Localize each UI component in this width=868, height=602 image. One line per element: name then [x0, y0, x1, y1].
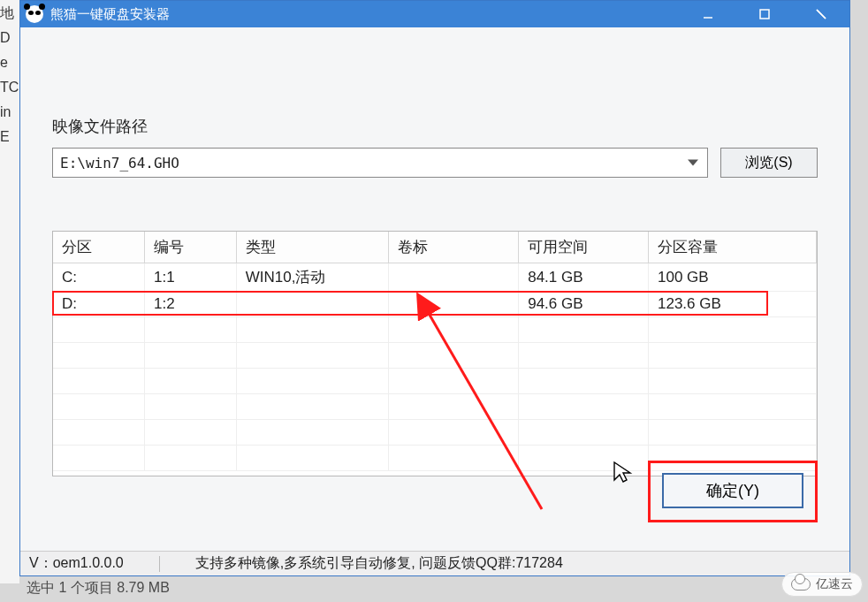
image-path-label: 映像文件路径 — [52, 116, 818, 137]
table-row-empty — [53, 369, 817, 394]
cell-free: 84.1 GB — [519, 263, 649, 292]
cell-partition: D: — [53, 292, 145, 317]
browse-label: 浏览(S) — [745, 154, 792, 172]
cell-partition: C: — [53, 263, 145, 292]
app-icon — [26, 5, 43, 23]
header-capacity[interactable]: 分区容量 — [648, 232, 816, 263]
ok-label: 确定(Y) — [706, 480, 759, 501]
svg-line-3 — [817, 10, 826, 19]
header-free[interactable]: 可用空间 — [519, 232, 649, 263]
cell-volume — [389, 263, 519, 292]
cell-volume — [389, 292, 519, 317]
cell-type: WIN10,活动 — [236, 263, 389, 292]
statusbar-separator — [159, 556, 160, 572]
minimize-button[interactable] — [680, 1, 736, 27]
cell-number: 1:2 — [145, 292, 237, 317]
watermark-text: 亿速云 — [816, 576, 853, 592]
content-area: 映像文件路径 E:\win7_64.GHO 浏览(S) 分区 编号 类型 卷标 … — [20, 27, 849, 551]
table-row-empty — [53, 446, 817, 471]
header-partition[interactable]: 分区 — [53, 232, 145, 263]
cloud-icon — [791, 578, 811, 591]
browse-button[interactable]: 浏览(S) — [720, 148, 818, 178]
cell-number: 1:1 — [145, 263, 237, 292]
titlebar[interactable]: 熊猫一键硬盘安装器 — [20, 1, 849, 27]
ok-button[interactable]: 确定(Y) — [662, 473, 803, 508]
window-title: 熊猫一键硬盘安装器 — [50, 6, 170, 23]
table-row-empty — [53, 394, 817, 420]
cell-capacity: 100 GB — [648, 263, 816, 292]
table-row-empty — [53, 420, 817, 446]
cell-capacity: 123.6 GB — [648, 292, 816, 317]
explorer-status-fragment: 选中 1 个项目 8.79 MB — [27, 579, 170, 598]
close-button[interactable] — [793, 1, 849, 27]
svg-rect-1 — [760, 10, 769, 19]
statusbar: V：oem1.0.0.0 支持多种镜像,多系统引导自动修复, 问题反馈QQ群:7… — [20, 551, 849, 575]
status-info: 支持多种镜像,多系统引导自动修复, 问题反馈QQ群:717284 — [195, 554, 563, 573]
installer-window: 熊猫一键硬盘安装器 映像文件路径 E:\win7_64.GHO 浏览(S) 分区 — [19, 0, 850, 576]
table-row-empty — [53, 343, 817, 369]
background-fragment: 地DeTCinE — [0, 0, 19, 583]
table-row-empty — [53, 317, 817, 343]
image-path-value: E:\win7_64.GHO — [60, 155, 179, 171]
window-controls — [680, 1, 849, 27]
header-number[interactable]: 编号 — [145, 232, 237, 263]
header-type[interactable]: 类型 — [236, 232, 389, 263]
table-row[interactable]: C: 1:1 WIN10,活动 84.1 GB 100 GB — [53, 263, 817, 292]
image-path-combobox[interactable]: E:\win7_64.GHO — [52, 148, 708, 178]
partition-table[interactable]: 分区 编号 类型 卷标 可用空间 分区容量 C: 1:1 WIN10,活动 8 — [52, 231, 818, 476]
chevron-down-icon — [688, 160, 698, 166]
watermark: 亿速云 — [781, 572, 863, 597]
cell-type — [236, 292, 389, 317]
maximize-button[interactable] — [736, 1, 793, 27]
cell-free: 94.6 GB — [519, 292, 649, 317]
table-row[interactable]: D: 1:2 94.6 GB 123.6 GB — [53, 292, 817, 317]
header-volume[interactable]: 卷标 — [389, 232, 519, 263]
version-label: V：oem1.0.0.0 — [29, 554, 124, 573]
table-header-row: 分区 编号 类型 卷标 可用空间 分区容量 — [53, 232, 817, 263]
